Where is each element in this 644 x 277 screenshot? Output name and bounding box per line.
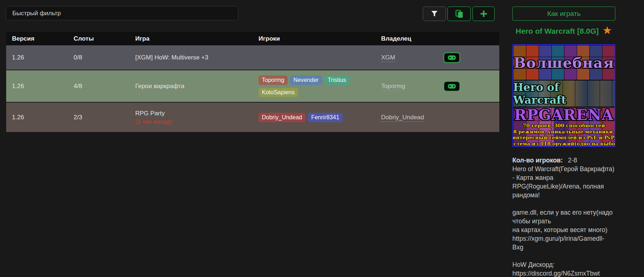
description-spacer bbox=[512, 252, 621, 260]
game-age-note: (1 час назад) bbox=[135, 118, 255, 125]
description-line: - Карта жанра bbox=[512, 173, 621, 182]
copy-button[interactable] bbox=[447, 7, 471, 21]
game-name: [XGM] HoW: Multiverse +3 bbox=[135, 54, 255, 61]
column-header-game: Игра bbox=[135, 35, 149, 42]
banner-title-bottom: RPGARENA bbox=[514, 107, 614, 123]
players-count-line: Кол-во игроков:2-8 bbox=[512, 156, 621, 165]
gamepad-icon bbox=[448, 55, 456, 60]
row-slots: 2/3 bbox=[74, 114, 82, 121]
game-name: Герои варкрафта bbox=[135, 83, 255, 90]
gamepad-icon bbox=[448, 84, 456, 88]
row-owner: Dobriy_Undead bbox=[381, 114, 424, 121]
player-tag: Nevender bbox=[290, 75, 322, 85]
column-header-players: Игроки bbox=[259, 35, 280, 42]
table-row[interactable]: 1.262/3RPG Party(1 час назад)Dobriy_Unde… bbox=[6, 103, 499, 132]
banner-subline: 8 режимов, уникальные механики, bbox=[513, 129, 614, 135]
column-header-owner: Владелец bbox=[381, 35, 411, 42]
row-version: 1.26 bbox=[12, 114, 24, 121]
game-lobby-app: Версия Слоты Игра Игроки Владелец 1.260/… bbox=[0, 0, 644, 277]
filter-button[interactable] bbox=[423, 7, 446, 21]
banner-subline: 70 героев, 300 способностей bbox=[523, 123, 605, 129]
plus-icon bbox=[480, 10, 488, 18]
row-game: [XGM] HoW: Multiverse +3 bbox=[135, 54, 255, 61]
description-url-line[interactable]: https://discord.gg/N6ZsmxTbwt bbox=[512, 269, 621, 277]
description-line: game.dll, если у вас его нету(надо bbox=[512, 208, 621, 217]
row-game: Герои варкрафта bbox=[135, 83, 255, 90]
player-tag: KotoSapiens bbox=[259, 88, 298, 97]
game-name: RPG Party bbox=[135, 110, 255, 117]
description-spacer bbox=[512, 199, 621, 208]
banner-subline: интересный геймплей из PvE и PvP, bbox=[512, 135, 615, 141]
description-line: RPG(RogueLike)/Arena, полная bbox=[512, 182, 621, 191]
player-tag: Topormg bbox=[259, 75, 288, 85]
copy-icon bbox=[455, 10, 463, 18]
banner-title-mid: Hero of Warcraft bbox=[513, 81, 615, 106]
funnel-icon bbox=[431, 11, 438, 17]
favorite-star-icon[interactable]: ★ bbox=[602, 25, 612, 36]
games-table: Версия Слоты Игра Игроки Владелец 1.260/… bbox=[6, 32, 499, 132]
how-to-play-button[interactable]: Как играть bbox=[512, 7, 615, 21]
row-players: Dobriy_UndeadFenrir8341 bbox=[259, 113, 378, 122]
owner-link[interactable]: Topormg bbox=[381, 83, 405, 91]
row-players: TopormgNevenderTristiusKotoSapiens bbox=[259, 75, 378, 97]
row-actions bbox=[443, 52, 460, 63]
row-actions bbox=[443, 81, 460, 91]
row-slots: 0/8 bbox=[74, 54, 82, 61]
owner-link[interactable]: Dobriy_Undead bbox=[381, 114, 424, 122]
description-line: на картах, которые весят много) bbox=[512, 226, 621, 234]
row-game: RPG Party(1 час назад) bbox=[135, 110, 255, 125]
banner-title-top: Волшебная bbox=[513, 54, 614, 71]
table-row[interactable]: 1.264/8Герои варкрафтаTopormgNevenderTri… bbox=[6, 70, 499, 102]
player-tag: Dobriy_Undead bbox=[259, 113, 305, 122]
quick-filter-input[interactable] bbox=[6, 6, 238, 20]
table-header: Версия Слоты Игра Игроки Владелец bbox=[6, 32, 499, 45]
column-header-slots: Слоты bbox=[74, 35, 94, 42]
description-line: рандома! bbox=[512, 191, 621, 199]
join-game-button[interactable] bbox=[443, 81, 460, 91]
players-count-label: Кол-во игроков: bbox=[512, 157, 563, 164]
description-line: HoW Дискорд: bbox=[512, 260, 621, 269]
map-banner-image: Волшебная Hero of Warcraft RPGARENA 70 г… bbox=[512, 44, 615, 147]
player-tag: Fenrir8341 bbox=[308, 113, 342, 122]
table-row[interactable]: 1.260/8[XGM] HoW: Multiverse +3XGM bbox=[6, 45, 499, 70]
join-game-button[interactable] bbox=[443, 52, 460, 63]
row-version: 1.26 bbox=[12, 83, 24, 90]
row-owner: Topormg bbox=[381, 83, 405, 90]
map-title: Hero of Warcraft [8.0G] bbox=[516, 27, 599, 36]
map-title-row: Hero of Warcraft [8.0G] ★ bbox=[512, 24, 615, 38]
add-game-button[interactable] bbox=[472, 7, 495, 21]
description-url-line[interactable]: https://xgm.guru/p/irina/Gamedll- bbox=[512, 234, 621, 243]
owner-link[interactable]: XGM bbox=[381, 54, 395, 62]
banner-subline: система из 118 оружий(одно на выбор) bbox=[512, 141, 615, 147]
row-slots: 4/8 bbox=[74, 83, 82, 90]
banner-middle-section: Hero of Warcraft bbox=[513, 80, 615, 107]
player-tag: Tristius bbox=[325, 75, 350, 85]
description-line: Bxg bbox=[512, 243, 621, 252]
players-count-value: 2-8 bbox=[568, 157, 577, 164]
description-line: чтобы играть bbox=[512, 217, 621, 226]
row-version: 1.26 bbox=[12, 54, 24, 61]
description-line: Hero of Warcraft(Герой Варкрафта) bbox=[512, 165, 621, 173]
map-description: Кол-во игроков:2-8 Hero of Warcraft(Геро… bbox=[512, 156, 621, 277]
banner-top-section: Волшебная bbox=[513, 45, 615, 80]
column-header-version: Версия bbox=[12, 35, 34, 42]
row-owner: XGM bbox=[381, 54, 395, 61]
banner-bottom-section: RPGARENA 70 героев, 300 способностей 8 р… bbox=[513, 107, 615, 147]
